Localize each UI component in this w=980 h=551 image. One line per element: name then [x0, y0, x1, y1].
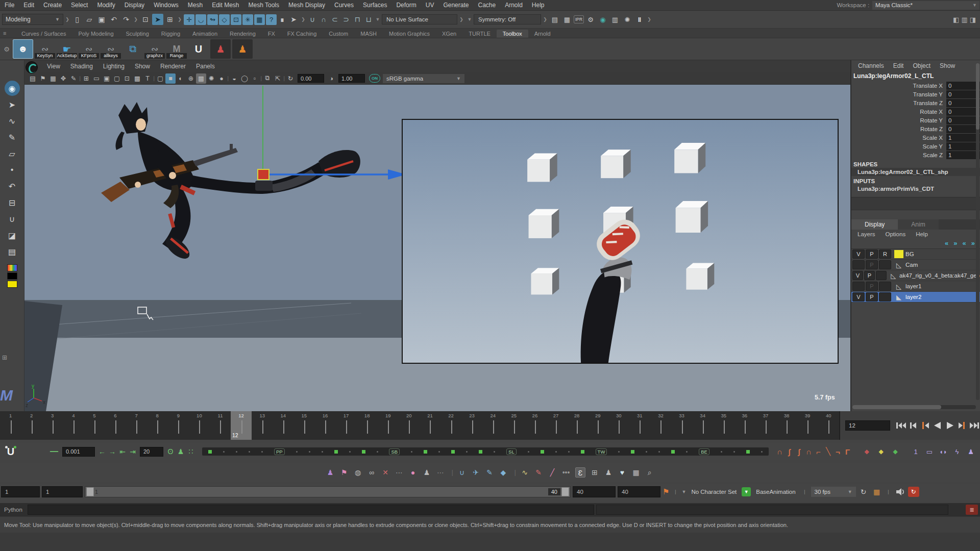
contrast-icon[interactable]: ◑ [326, 73, 336, 84]
table-icon[interactable]: ⊞ [590, 468, 599, 477]
track-marker[interactable]: SL [506, 448, 517, 455]
tangent-step-next-icon[interactable]: Γ [843, 447, 852, 456]
layer-reference-toggle[interactable] [879, 292, 891, 302]
layer-editor-menu-item[interactable]: Options [883, 231, 909, 237]
textured-checker-icon[interactable]: ▩ [196, 73, 206, 84]
menu-set-dropdown[interactable]: Modeling▼ [2, 14, 63, 25]
speaker-icon[interactable] [895, 487, 906, 496]
use-all-lights-icon[interactable]: ✺ [206, 73, 216, 84]
track-marker[interactable] [721, 451, 722, 453]
frame-cell[interactable]: 8 8 [147, 411, 168, 440]
fps-dropdown[interactable]: 30 fps▼ [811, 487, 856, 497]
track-marker[interactable] [528, 451, 529, 453]
rivet-icon[interactable]: ∩ [318, 15, 329, 23]
attribute-name[interactable]: Scale Z [851, 152, 946, 158]
bookmark-add-icon[interactable]: ⚑ [663, 487, 669, 496]
character-set-selector[interactable]: No Character Set [688, 489, 740, 495]
menubar-item[interactable]: Curves [330, 2, 358, 9]
undo-icon[interactable]: ↶ [108, 14, 119, 25]
shelf-tab[interactable]: Animation [186, 30, 224, 38]
ellipsis-icon[interactable]: ••• [561, 468, 571, 477]
selected-object-name[interactable]: Luna3p:legArmor02_L_CTL [851, 70, 980, 81]
layer-row[interactable]: V P ◺ ak47_rig_v0_4_beta:ak47_geo [851, 270, 980, 281]
chevron-down-icon[interactable]: ▼ [468, 13, 471, 26]
track-marker[interactable] [466, 451, 468, 453]
anim-character-icon[interactable]: ♟ [326, 468, 335, 477]
track-marker[interactable] [334, 450, 338, 454]
playblast-icon[interactable]: ▦ [871, 488, 883, 496]
frame-strip[interactable]: 1 1 2 2 3 3 4 4 5 [0, 411, 839, 440]
bookmark-icon[interactable]: ⚑ [38, 73, 48, 84]
safe-action-icon[interactable]: ▩ [132, 73, 142, 84]
attribute-value-field[interactable]: 1 [946, 134, 980, 142]
select-by-component-icon[interactable]: ⊞ [164, 14, 176, 25]
shelf-tab[interactable]: FX Caching [281, 30, 323, 38]
wireframe-icon[interactable]: ▢ [155, 73, 165, 84]
frame-cell[interactable]: 14 14 [273, 411, 293, 440]
dots-icon[interactable]: ⋯ [436, 468, 445, 477]
camera-tool-icon[interactable]: ◪ [5, 228, 20, 243]
track-marker[interactable] [686, 451, 688, 453]
layer-name[interactable]: layer2 [905, 294, 921, 300]
sep[interactable]: ❘ [450, 469, 453, 476]
track-marker[interactable] [541, 450, 544, 454]
anim-toggle-icon[interactable]: ʘ [165, 447, 176, 456]
menubar-item[interactable]: Arnold [500, 2, 527, 9]
grid-toggle-icon[interactable]: ⊞ [81, 73, 91, 84]
eraser-tool-icon[interactable]: ▱ [5, 146, 20, 161]
gamma-dropdown[interactable]: sRGB gamma▼ [383, 74, 464, 83]
render-settings-icon[interactable]: ⚙ [585, 14, 596, 25]
frame-cell[interactable]: 12 12 [231, 411, 252, 440]
attribute-name[interactable]: Scale Y [851, 143, 946, 149]
shelf-tab[interactable]: Rendering [224, 30, 262, 38]
contrast-field[interactable]: 1.00 [338, 74, 365, 83]
attribute-value-field[interactable]: 0 [946, 108, 980, 116]
chevron-down-icon[interactable]: ▼ [681, 489, 686, 494]
layer-playback-toggle[interactable]: P [866, 292, 878, 302]
go-to-start-button[interactable] [895, 421, 906, 430]
layer-name[interactable]: Cam [905, 262, 918, 268]
layer-row[interactable]: V P R BG [851, 249, 980, 260]
shaded-mode-icon[interactable]: ■ [165, 73, 176, 84]
shape-node-name[interactable]: Luna3p:legArmor02_L_CTL_shp [851, 168, 980, 176]
snap-to-view-plane-icon[interactable]: ⊡ [231, 14, 241, 25]
layer-swatch-icon[interactable]: ◣ [894, 293, 903, 301]
track-marker[interactable] [438, 451, 440, 453]
menubar-item[interactable]: Modify [92, 2, 119, 9]
chevron-down-icon[interactable]: ▼ [376, 13, 379, 26]
menubar-item[interactable]: Windows [149, 2, 183, 9]
anim-layer-selector[interactable]: BaseAnimation [753, 489, 798, 495]
minus-icon[interactable]: — [50, 447, 58, 456]
attribute-value-field[interactable]: 1 [946, 142, 980, 151]
cube-icon[interactable]: ▦ [631, 468, 641, 477]
frame-cell[interactable]: 17 17 [336, 411, 357, 440]
menubar-item[interactable]: Edit Mesh [207, 2, 243, 9]
menubar-item[interactable]: Create [39, 2, 66, 9]
playback-end-field[interactable]: 40 [573, 486, 616, 497]
track-marker[interactable] [568, 451, 570, 453]
open-render-view-icon[interactable]: ▤ [549, 14, 560, 25]
layer-swatch-icon[interactable]: ◺ [894, 282, 903, 290]
track-marker[interactable] [411, 451, 412, 453]
select-tool-icon[interactable]: ➤ [5, 97, 20, 112]
sidebar-toggle-tool-settings-icon[interactable]: ▥ [961, 16, 967, 23]
attribute-name[interactable]: Rotate Z [851, 126, 946, 132]
anti-alias-icon[interactable]: ▫ [250, 73, 260, 84]
command-input[interactable] [28, 505, 594, 515]
ambient-occlusion-icon[interactable]: ◯ [239, 73, 250, 84]
select-by-hierarchy-icon[interactable]: ⊡ [140, 14, 151, 25]
layer-reference-toggle[interactable]: R [879, 249, 891, 259]
cut-icon[interactable]: ✕ [381, 468, 390, 477]
layer-playback-toggle[interactable]: P [866, 282, 878, 291]
layer-move-icon[interactable]: « [945, 239, 948, 247]
ghosting-dots-icon[interactable]: ∷ [186, 447, 196, 456]
playback-start-field[interactable]: 1 [42, 486, 83, 497]
snap-options-icon[interactable]: ? [266, 14, 277, 25]
selected-control-handle[interactable] [258, 169, 269, 180]
attribute-name[interactable]: Translate Y [851, 91, 946, 97]
epsilon-tool-icon[interactable]: Ɛ [575, 467, 585, 478]
menubar-item[interactable]: Display [120, 2, 149, 9]
layer-reference-toggle[interactable] [879, 282, 891, 291]
breakdown-key-icon[interactable]: ◆ [862, 448, 872, 455]
frame-cell[interactable]: 1 1 [0, 411, 21, 440]
